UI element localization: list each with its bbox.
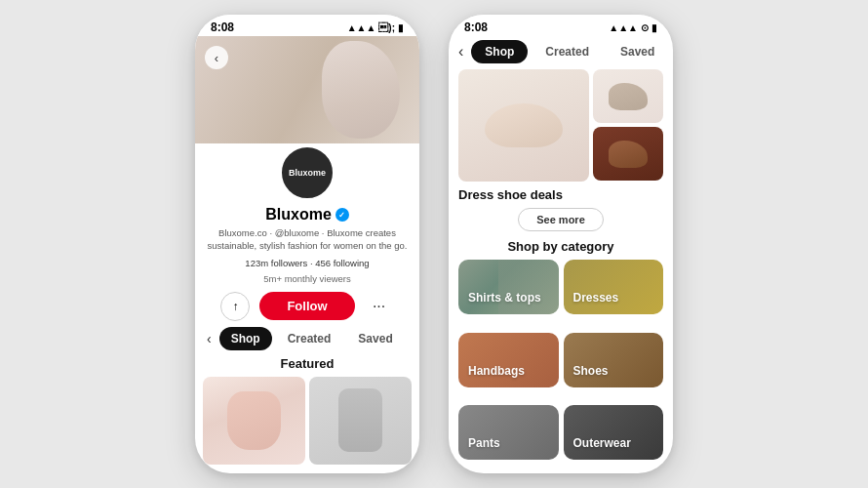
category-handbags-label: Handbags <box>468 364 525 378</box>
status-icons-2: ▲▲▲ ⊙ ▮ <box>609 22 657 33</box>
profile-name-container: Bluxome ✓ <box>207 206 408 224</box>
shop-by-category-title: Shop by category <box>449 237 673 260</box>
more-icon: ··· <box>373 298 385 315</box>
featured-grid <box>195 377 419 473</box>
category-shoes[interactable]: Shoes <box>564 333 664 387</box>
status-bar-2: 8:08 ▲▲▲ ⊙ ▮ <box>449 15 673 36</box>
category-pants-label: Pants <box>468 436 500 450</box>
profile-stats: 123m followers · 456 following <box>207 258 408 268</box>
profile-info: Bluxome ✓ Bluxome.co · @bluxome · Bluxom… <box>195 206 419 284</box>
time-2: 8:08 <box>464 20 488 34</box>
see-more-button[interactable]: See more <box>518 208 604 231</box>
profile-actions: ↑ Follow ··· <box>195 292 419 321</box>
profile-bio: Bluxome.co · @bluxome · Bluxome creates … <box>207 226 408 253</box>
category-dresses-bg <box>564 260 664 314</box>
category-shoes-label: Shoes <box>573 364 609 378</box>
monthly-viewers: 5m+ monthly viewers <box>207 273 408 284</box>
battery-icon-2: ▮ <box>651 22 657 33</box>
category-shirts-label: Shirts & tops <box>468 291 541 305</box>
shoe-image-heels[interactable] <box>593 69 663 123</box>
category-dresses[interactable]: Dresses <box>564 260 664 314</box>
featured-item-sweater[interactable] <box>203 377 305 465</box>
signal-icon-2: ▲▲▲ <box>609 22 638 33</box>
shop-tab-saved[interactable]: Saved <box>607 40 668 63</box>
shop-back-button[interactable]: ‹ <box>458 43 463 61</box>
category-shirts[interactable]: Shirts & tops <box>458 260 559 314</box>
category-outerwear-bg <box>564 405 664 460</box>
category-outerwear-label: Outerwear <box>573 436 631 450</box>
shoes-grid <box>449 69 673 182</box>
share-icon: ↑ <box>232 300 238 313</box>
wifi-icon: ); <box>378 22 395 33</box>
category-pants-bg <box>458 405 559 460</box>
hero-image: ‹ <box>195 36 419 143</box>
tab-created[interactable]: Created <box>276 327 343 350</box>
tab-back-button[interactable]: ‹ <box>203 329 216 348</box>
shop-tab-shop[interactable]: Shop <box>471 40 528 63</box>
category-handbags-bg <box>458 333 559 387</box>
hero-bg <box>195 36 419 143</box>
category-dresses-label: Dresses <box>573 291 619 305</box>
verified-badge: ✓ <box>335 208 349 222</box>
share-button[interactable]: ↑ <box>220 292 250 321</box>
back-button[interactable]: ‹ <box>205 46 228 69</box>
profile-avatar: Bluxome <box>280 145 335 200</box>
follow-button[interactable]: Follow <box>259 292 354 320</box>
tab-saved[interactable]: Saved <box>346 327 404 350</box>
category-handbags[interactable]: Handbags <box>458 333 559 387</box>
profile-name: Bluxome <box>265 206 332 224</box>
time-1: 8:08 <box>211 20 234 34</box>
category-grid: Shirts & tops Dresses Handbags Shoes Pan… <box>449 260 673 473</box>
sweater-decoration <box>227 391 281 450</box>
category-shirts-bg <box>458 260 559 314</box>
category-pants[interactable]: Pants <box>458 405 559 460</box>
status-bar-1: 8:08 ▲▲▲ ); ▮ <box>195 15 419 36</box>
status-icons-1: ▲▲▲ ); ▮ <box>347 22 404 33</box>
phone-1: 8:08 ▲▲▲ ); ▮ ‹ Bluxome Bluxome ✓ <box>195 15 419 473</box>
shoe-image-oxford[interactable] <box>458 69 589 182</box>
tab-shop[interactable]: Shop <box>219 327 272 350</box>
category-outerwear[interactable]: Outerwear <box>564 405 664 460</box>
see-more-container: See more <box>449 204 673 237</box>
tab-bar-1: ‹ Shop Created Saved <box>195 321 419 354</box>
wifi-icon-2: ⊙ <box>641 22 649 33</box>
phone-2: 8:08 ▲▲▲ ⊙ ▮ ‹ Shop Created Saved <box>449 15 673 473</box>
category-shoes-bg <box>564 333 664 387</box>
shoe-image-brown[interactable] <box>593 127 663 181</box>
battery-icon: ▮ <box>398 22 404 33</box>
shop-tab-created[interactable]: Created <box>532 40 603 63</box>
more-button[interactable]: ··· <box>365 292 394 321</box>
fabric-decoration <box>322 41 400 139</box>
signal-icon: ▲▲▲ <box>347 22 376 33</box>
featured-item-scarf[interactable] <box>309 377 412 465</box>
shop-tabs: ‹ Shop Created Saved <box>449 36 673 69</box>
scarf-decoration <box>338 388 382 452</box>
dress-shoe-title: Dress shoe deals <box>449 182 673 204</box>
featured-label: Featured <box>195 354 419 377</box>
shoe-images-right <box>593 69 663 182</box>
